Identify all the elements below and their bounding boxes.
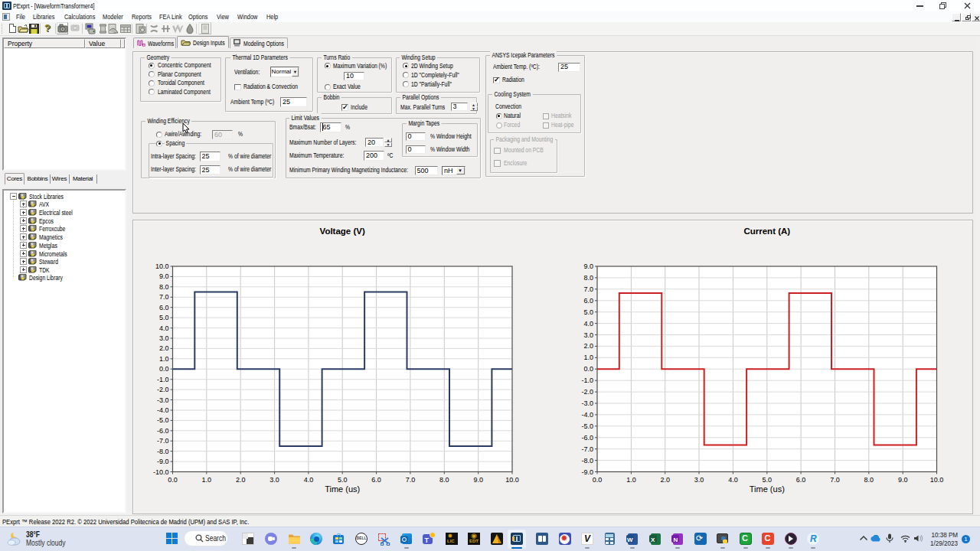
svg-text:-6.0: -6.0 (581, 434, 593, 442)
svg-text:8.0: 8.0 (159, 283, 169, 291)
svg-text:0.0: 0.0 (168, 476, 178, 484)
svg-text:-3.0: -3.0 (581, 399, 593, 407)
svg-text:-7.0: -7.0 (157, 437, 169, 445)
svg-text:1.0: 1.0 (159, 355, 169, 363)
svg-text:5.0: 5.0 (338, 476, 348, 484)
svg-text:2.0: 2.0 (660, 476, 670, 484)
svg-text:1.0: 1.0 (202, 476, 212, 484)
svg-text:-8.0: -8.0 (581, 457, 593, 465)
svg-text:1.0: 1.0 (626, 476, 636, 484)
svg-text:9.0: 9.0 (898, 476, 908, 484)
svg-text:Time (us): Time (us) (325, 484, 360, 494)
svg-text:0.0: 0.0 (159, 365, 169, 373)
svg-text:9.0: 9.0 (159, 272, 169, 280)
svg-text:-4.0: -4.0 (157, 406, 169, 414)
svg-text:6.0: 6.0 (796, 476, 806, 484)
svg-text:-3.0: -3.0 (157, 396, 169, 404)
svg-text:4.0: 4.0 (159, 324, 169, 332)
svg-text:-10.0: -10.0 (153, 468, 169, 476)
svg-text:8.0: 8.0 (864, 476, 874, 484)
svg-text:9.0: 9.0 (473, 476, 483, 484)
svg-text:6.0: 6.0 (371, 476, 381, 484)
svg-text:4.0: 4.0 (304, 476, 314, 484)
svg-text:Time (us): Time (us) (750, 484, 785, 494)
svg-text:4.0: 4.0 (728, 476, 738, 484)
svg-text:6.0: 6.0 (583, 297, 593, 305)
svg-text:-9.0: -9.0 (581, 468, 593, 476)
svg-text:7.0: 7.0 (406, 476, 416, 484)
svg-text:Voltage (V): Voltage (V) (320, 227, 365, 236)
svg-text:3.0: 3.0 (583, 331, 593, 339)
svg-text:5.0: 5.0 (583, 308, 593, 316)
svg-text:-1.0: -1.0 (581, 377, 593, 384)
svg-text:5.0: 5.0 (159, 314, 169, 321)
svg-text:-9.0: -9.0 (157, 458, 169, 465)
svg-text:-8.0: -8.0 (157, 448, 169, 455)
svg-text:0.0: 0.0 (583, 365, 593, 373)
svg-text:9.0: 9.0 (583, 262, 593, 270)
svg-text:7.0: 7.0 (159, 293, 169, 301)
svg-text:-4.0: -4.0 (581, 411, 593, 419)
svg-text:10.0: 10.0 (505, 476, 519, 484)
svg-text:1.0: 1.0 (583, 354, 593, 361)
svg-text:8.0: 8.0 (439, 476, 449, 484)
svg-text:3.0: 3.0 (159, 334, 169, 342)
svg-text:-6.0: -6.0 (157, 427, 169, 435)
svg-text:-2.0: -2.0 (581, 388, 593, 396)
svg-text:10.0: 10.0 (155, 262, 169, 270)
svg-text:2.0: 2.0 (236, 476, 246, 484)
svg-text:4.0: 4.0 (583, 320, 593, 328)
svg-text:6.0: 6.0 (159, 304, 169, 311)
svg-text:10.0: 10.0 (930, 476, 944, 484)
svg-text:-5.0: -5.0 (157, 416, 169, 424)
svg-text:-1.0: -1.0 (157, 376, 169, 383)
svg-text:2.0: 2.0 (583, 342, 593, 350)
svg-text:2.0: 2.0 (159, 344, 169, 352)
svg-text:-5.0: -5.0 (581, 422, 593, 430)
svg-text:7.0: 7.0 (583, 285, 593, 293)
svg-text:3.0: 3.0 (694, 476, 704, 484)
svg-text:Current (A): Current (A) (743, 227, 790, 236)
svg-text:8.0: 8.0 (583, 274, 593, 282)
svg-text:-2.0: -2.0 (157, 386, 169, 393)
svg-text:-7.0: -7.0 (581, 445, 593, 453)
svg-text:7.0: 7.0 (830, 476, 840, 484)
svg-text:3.0: 3.0 (270, 476, 279, 484)
svg-text:0.0: 0.0 (593, 476, 603, 484)
svg-text:5.0: 5.0 (763, 476, 773, 484)
